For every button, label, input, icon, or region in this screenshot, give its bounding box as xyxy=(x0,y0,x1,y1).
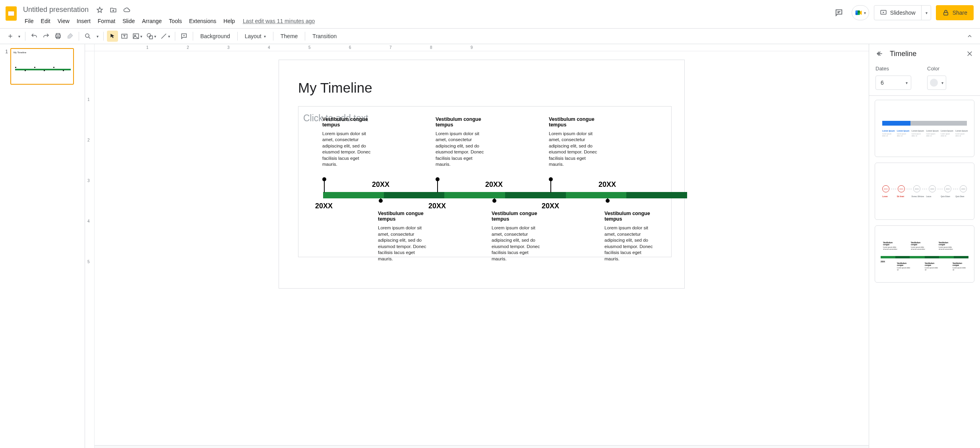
svg-point-15 xyxy=(147,33,151,37)
timeline-event[interactable]: Vestibulum congue tempus Lorem ipsum dol… xyxy=(604,211,656,262)
textbox-tool[interactable] xyxy=(119,31,130,42)
share-button[interactable]: Share xyxy=(936,5,974,20)
new-slide-dropdown[interactable]: ▾ xyxy=(16,31,22,42)
background-button[interactable]: Background xyxy=(196,31,234,42)
timeline-template-arrows[interactable]: Lorem IpsumLorem ipsum dolor sit Lorem I… xyxy=(875,100,974,157)
svg-rect-5 xyxy=(856,13,858,15)
menu-bar: File Edit View Insert Format Slide Arran… xyxy=(21,15,831,28)
layout-button[interactable]: Layout▾ xyxy=(241,31,270,42)
timeline-year[interactable]: 20XX xyxy=(598,180,616,189)
timeline-event[interactable]: Vestibulum congue tempus Lorem ipsum dol… xyxy=(492,211,543,262)
image-tool[interactable]: ▾ xyxy=(131,31,144,42)
menu-slide[interactable]: Slide xyxy=(119,16,138,26)
menu-arrange[interactable]: Arrange xyxy=(139,16,165,26)
meet-button[interactable]: ▾ xyxy=(852,5,869,20)
svg-rect-16 xyxy=(149,36,153,39)
dates-select[interactable]: 6▾ xyxy=(875,76,911,90)
timeline-template-circles[interactable]: 20XX 20XX 20XX 20XX 20XX 20XX Lorem Sit … xyxy=(875,163,974,220)
timeline-year[interactable]: 20XX xyxy=(542,202,559,210)
menu-format[interactable]: Format xyxy=(95,16,118,26)
close-icon[interactable] xyxy=(965,49,974,58)
menu-view[interactable]: View xyxy=(54,16,73,26)
new-slide-button[interactable] xyxy=(5,31,16,42)
horizontal-scrollbar[interactable] xyxy=(95,445,869,448)
menu-file[interactable]: File xyxy=(21,16,37,26)
chevron-down-icon: ▾ xyxy=(864,11,866,15)
transition-button[interactable]: Transition xyxy=(308,31,341,42)
dates-label: Dates xyxy=(875,66,911,72)
move-icon[interactable] xyxy=(108,5,118,15)
paint-format-button[interactable] xyxy=(64,31,76,42)
slideshow-label: Slideshow xyxy=(890,10,916,16)
line-tool[interactable]: ▾ xyxy=(159,31,172,42)
timeline-event[interactable]: Vestibulum congue tempus Lorem ipsum dol… xyxy=(322,116,374,168)
color-label: Color xyxy=(927,66,946,72)
zoom-button[interactable] xyxy=(82,31,93,42)
menu-insert[interactable]: Insert xyxy=(74,16,94,26)
print-button[interactable] xyxy=(52,31,64,42)
slideshow-group: Slideshow ▾ xyxy=(874,5,931,20)
shape-tool[interactable]: ▾ xyxy=(145,31,158,42)
ruler-corner xyxy=(85,44,95,51)
svg-rect-1 xyxy=(8,11,14,16)
timeline-event[interactable]: Vestibulum congue tempus Lorem ipsum dol… xyxy=(549,116,600,168)
filmstrip[interactable]: 1 My Timeline xyxy=(0,44,85,448)
timeline-event[interactable]: Vestibulum congue tempus Lorem ipsum dol… xyxy=(378,211,430,262)
slide-title[interactable]: My Timeline xyxy=(298,80,665,96)
collapse-toolbar-icon[interactable] xyxy=(964,31,975,42)
cloud-icon[interactable] xyxy=(122,5,132,15)
comments-icon[interactable] xyxy=(831,5,847,21)
timeline-year[interactable]: 20XX xyxy=(315,202,333,210)
svg-point-11 xyxy=(85,34,89,37)
share-label: Share xyxy=(953,10,967,16)
color-select[interactable]: ▾ xyxy=(927,76,946,90)
panel-title: Timeline xyxy=(890,50,959,58)
timeline-year[interactable]: 20XX xyxy=(372,180,389,189)
timeline-bar xyxy=(323,192,687,199)
slideshow-dropdown[interactable]: ▾ xyxy=(921,6,931,20)
menu-extensions[interactable]: Extensions xyxy=(186,16,219,26)
main-area: 1 My Timeline 1 2 3 4 5 6 7 8 9 xyxy=(0,44,980,448)
canvas-area: 1 2 3 4 5 6 7 8 9 1 2 3 4 5 My Timeline … xyxy=(85,44,869,448)
document-title[interactable]: Untitled presentation xyxy=(21,5,91,15)
star-icon[interactable] xyxy=(95,5,105,15)
slide-thumbnail-1[interactable]: 1 My Timeline xyxy=(3,48,81,85)
horizontal-ruler: 1 2 3 4 5 6 7 8 9 xyxy=(95,44,869,51)
theme-button[interactable]: Theme xyxy=(277,31,302,42)
back-icon[interactable] xyxy=(875,49,884,58)
select-tool[interactable] xyxy=(107,31,118,42)
slide-body[interactable]: Click to add text xyxy=(298,106,672,257)
slideshow-button[interactable]: Slideshow xyxy=(874,6,921,20)
template-list: Lorem IpsumLorem ipsum dolor sit Lorem I… xyxy=(869,95,980,448)
timeline-year[interactable]: 20XX xyxy=(485,180,503,189)
menu-edit[interactable]: Edit xyxy=(38,16,54,26)
last-edit-link[interactable]: Last edit was 11 minutes ago xyxy=(243,18,315,24)
menu-tools[interactable]: Tools xyxy=(166,16,185,26)
redo-button[interactable] xyxy=(41,31,52,42)
app-header: Untitled presentation File Edit View Ins… xyxy=(0,0,980,28)
svg-rect-4 xyxy=(856,11,858,13)
slide-canvas[interactable]: My Timeline Click to add text xyxy=(279,60,684,288)
timeline-year[interactable]: 20XX xyxy=(428,202,446,210)
comment-tool[interactable] xyxy=(178,31,190,42)
svg-rect-7 xyxy=(943,12,948,15)
timeline-event[interactable]: Vestibulum congue tempus Lorem ipsum dol… xyxy=(436,116,487,168)
vertical-ruler: 1 2 3 4 5 xyxy=(85,51,95,448)
timeline-panel: Timeline Dates 6▾ Color ▾ xyxy=(869,44,980,448)
timeline-template-bar[interactable]: Vestibulum congueLorem ipsum dolor sit a… xyxy=(875,225,974,283)
zoom-dropdown[interactable]: ▾ xyxy=(94,31,100,42)
menu-help[interactable]: Help xyxy=(220,16,238,26)
toolbar: ▾ ▾ ▾ ▾ ▾ Background Layout▾ Theme Trans… xyxy=(0,28,980,44)
undo-button[interactable] xyxy=(29,31,40,42)
slides-logo[interactable] xyxy=(3,6,19,21)
